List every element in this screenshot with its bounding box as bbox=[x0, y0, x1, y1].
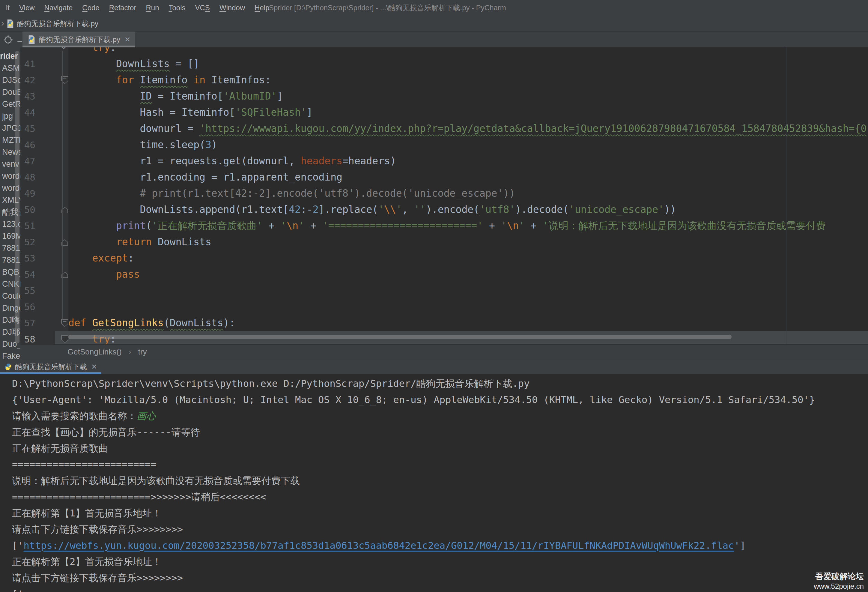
breadcrumb-bar: GetSongLinks() › try bbox=[0, 344, 868, 359]
code-line-43: 43 ID = Iteminfo['AlbumID'] bbox=[21, 88, 868, 104]
console-line: ['https://webfs.yun.kugou.com/2020032523… bbox=[0, 537, 868, 554]
run-console-output[interactable]: D:\PythonScrap\Sprider\venv\Scripts\pyth… bbox=[0, 374, 868, 592]
line-number: 58 bbox=[21, 331, 38, 344]
breadcrumb-block[interactable]: try bbox=[138, 347, 147, 356]
breadcrumb-file[interactable]: 酷狗无损音乐解析下载.py bbox=[17, 19, 98, 28]
console-line: 正在解析第【1】首无损音乐地址！ bbox=[0, 505, 868, 521]
editor-horizontal-scrollbar[interactable] bbox=[68, 335, 732, 339]
console-line: 请点击下方链接下载保存音乐>>>>>>>> bbox=[0, 570, 868, 586]
fold-marker-icon[interactable]: − bbox=[61, 319, 68, 327]
tab-run-console[interactable]: 酷狗无损音乐解析下载 ✕ bbox=[0, 359, 101, 375]
close-icon[interactable]: ✕ bbox=[90, 363, 97, 371]
code-text: Hash = Iteminfo['SQFileHash'] bbox=[68, 104, 313, 121]
code-line-56: 56 bbox=[21, 299, 868, 315]
code-lines: ⌄ try:41 DownLists = []42− for Iteminfo … bbox=[21, 47, 868, 344]
project-scrollbar[interactable] bbox=[15, 51, 19, 343]
code-text: print('正在解析无损音质歌曲' + '\n' + '===========… bbox=[68, 218, 826, 234]
menu-item-window[interactable]: Window bbox=[215, 4, 250, 12]
code-text: return DownLists bbox=[68, 234, 211, 250]
tab-label: 酷狗无损音乐解析下载 bbox=[15, 362, 87, 372]
fold-gutter: − bbox=[38, 331, 68, 344]
menu-item-vcs[interactable]: VCS bbox=[190, 4, 215, 12]
tab-editor-file[interactable]: 酷狗无损音乐解析下载.py ✕ bbox=[22, 31, 135, 47]
code-text: # print(r1.text[42:-2].encode('utf8').de… bbox=[68, 185, 515, 202]
console-line: 说明：解析后无下载地址是因为该歌曲没有无损音质或需要付费下载 bbox=[0, 472, 868, 489]
line-number: 57 bbox=[21, 315, 38, 331]
fold-gutter bbox=[38, 282, 68, 299]
fold-marker-icon[interactable]: − bbox=[61, 335, 68, 343]
run-tool-window-tab-bar: 酷狗无损音乐解析下载 ✕ bbox=[0, 359, 868, 375]
locate-target-icon[interactable] bbox=[3, 35, 13, 45]
fold-gutter bbox=[38, 234, 68, 250]
tab-label: 酷狗无损音乐解析下载.py bbox=[39, 35, 120, 44]
console-line: ========================>>>>>>>请稍后<<<<<<… bbox=[0, 489, 868, 505]
line-number bbox=[21, 47, 38, 56]
right-margin-guide bbox=[786, 47, 787, 344]
code-line-44: 44 Hash = Iteminfo['SQFileHash'] bbox=[21, 104, 868, 121]
fold-gutter bbox=[38, 121, 68, 137]
code-line-45: 45 downurl = 'https://wwwapi.kugou.com/y… bbox=[21, 121, 868, 137]
line-number: 53 bbox=[21, 250, 38, 266]
code-line-55: 55 bbox=[21, 282, 868, 299]
python-file-icon bbox=[27, 35, 36, 44]
code-text: DownLists.append(r1.text[42:-2].replace(… bbox=[68, 202, 676, 218]
menu-items: itViewNavigateCodeRefactorRunToolsVCSWin… bbox=[0, 4, 275, 12]
console-link[interactable]: https://webfs.yun.kugou.com/202003252358… bbox=[24, 540, 734, 551]
menu-item-run[interactable]: Run bbox=[141, 4, 164, 12]
dash-icon[interactable] bbox=[18, 41, 22, 42]
fold-gutter bbox=[38, 88, 68, 104]
menu-item-it[interactable]: it bbox=[1, 4, 15, 12]
project-panel: riderASMRDJSorDouBGetRajpgJPG1MZTKNewsve… bbox=[0, 47, 21, 359]
menu-item-refactor[interactable]: Refactor bbox=[104, 4, 141, 12]
code-text: try: bbox=[68, 47, 116, 56]
fold-gutter bbox=[38, 299, 68, 315]
chevron-right-icon: › bbox=[128, 347, 131, 356]
line-number: 46 bbox=[21, 137, 38, 153]
fold-gutter bbox=[38, 218, 68, 234]
code-line-48: 48 r1.encoding = r1.apparent_encoding bbox=[21, 169, 868, 185]
fold-scope-line bbox=[62, 51, 63, 319]
menu-item-navigate[interactable]: Navigate bbox=[40, 4, 78, 12]
code-text: except: bbox=[68, 250, 134, 266]
fold-gutter bbox=[38, 104, 68, 121]
menu-item-tools[interactable]: Tools bbox=[164, 4, 190, 12]
fold-gutter: ⌄ bbox=[38, 47, 68, 56]
code-text: def GetSongLinks(DownLists): bbox=[68, 315, 235, 331]
fold-chevron-icon[interactable]: ⌄ bbox=[60, 47, 68, 54]
console-line: 正在解析无损音质歌曲 bbox=[0, 440, 868, 456]
code-line-57: 57−def GetSongLinks(DownLists): bbox=[21, 315, 868, 331]
console-line: 请输入需要搜索的歌曲名称：画心 bbox=[0, 408, 868, 424]
fold-gutter: − bbox=[38, 72, 68, 88]
console-line: {'User-Agent': 'Mozilla/5.0 (Macintosh; … bbox=[0, 392, 868, 408]
console-line: 正在解析第【2】首无损音乐地址！ bbox=[0, 554, 868, 570]
line-number: 47 bbox=[21, 153, 38, 169]
window-title: Sprider [D:\PythonScrap\Sprider] - ...\酷… bbox=[269, 0, 506, 16]
fold-gutter bbox=[38, 202, 68, 218]
fold-gutter: − bbox=[38, 315, 68, 331]
console-lines: D:\PythonScrap\Sprider\venv\Scripts\pyth… bbox=[0, 375, 868, 592]
close-icon[interactable]: ✕ bbox=[123, 35, 130, 44]
fold-gutter bbox=[38, 250, 68, 266]
fold-gutter bbox=[38, 266, 68, 282]
code-line-49: 49 # print(r1.text[42:-2].encode('utf8')… bbox=[21, 185, 868, 202]
code-line-50: 50 DownLists.append(r1.text[42:-2].repla… bbox=[21, 202, 868, 218]
code-text: r1 = requests.get(downurl, headers=heade… bbox=[68, 153, 396, 169]
watermark-line1: 吾爱破解论坛 bbox=[814, 571, 864, 582]
code-line-46: 46 time.sleep(3) bbox=[21, 137, 868, 153]
code-text: r1.encoding = r1.apparent_encoding bbox=[68, 169, 342, 185]
code-text: pass bbox=[68, 266, 140, 282]
code-text: downurl = 'https://wwwapi.kugou.com/yy/i… bbox=[68, 121, 867, 137]
line-number: 55 bbox=[21, 282, 38, 299]
line-number: 56 bbox=[21, 299, 38, 315]
line-number: 41 bbox=[21, 56, 38, 72]
menu-item-view[interactable]: View bbox=[15, 4, 40, 12]
breadcrumb-function[interactable]: GetSongLinks() bbox=[68, 347, 122, 356]
line-number: 48 bbox=[21, 169, 38, 185]
code-editor[interactable]: ⌄ try:41 DownLists = []42− for Iteminfo … bbox=[21, 47, 868, 344]
line-number: 49 bbox=[21, 185, 38, 202]
menu-item-code[interactable]: Code bbox=[77, 4, 104, 12]
line-number: 51 bbox=[21, 218, 38, 234]
project-item[interactable]: Fake bbox=[0, 350, 21, 359]
watermark: 吾爱破解论坛 www.52pojie.cn bbox=[814, 571, 864, 591]
fold-gutter bbox=[38, 56, 68, 72]
